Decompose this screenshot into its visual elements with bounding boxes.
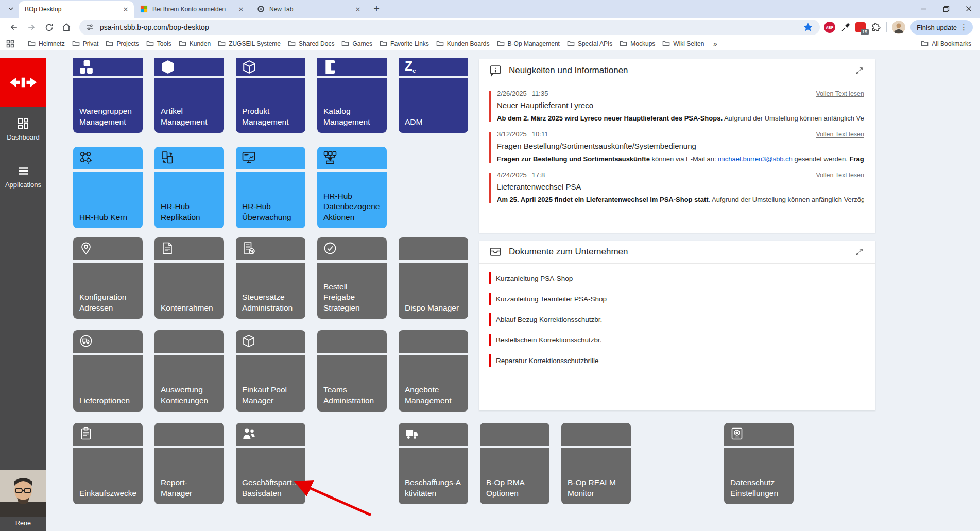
tab-close-icon[interactable]: ✕ <box>237 5 245 13</box>
toolbar-divider <box>886 22 887 32</box>
tile-dispo-manager[interactable]: Dispo Manager <box>399 237 468 319</box>
minimize-button[interactable] <box>912 0 935 18</box>
folder-icon <box>620 40 630 47</box>
bookmark-folder[interactable]: Tools <box>143 39 175 48</box>
document-item[interactable]: Kurzanleitung PSA-Shop <box>489 272 865 284</box>
tile-katalog-management[interactable]: KatalogManagement <box>317 58 387 133</box>
tile-gesch-ftspart-basisdaten[interactable]: Geschäftspart...Basisdaten <box>236 423 305 504</box>
delivery-circle-icon <box>79 334 94 349</box>
folder-icon <box>436 40 447 47</box>
read-full-text-link[interactable]: Vollen Text lesen <box>816 90 864 97</box>
app-sidebar: Dashboard Applications Rene <box>0 50 46 531</box>
apps-grid-icon[interactable] <box>5 39 15 49</box>
back-button[interactable] <box>5 19 23 36</box>
browser-tab[interactable]: BOp Desktop ✕ <box>19 1 134 18</box>
profile-avatar[interactable] <box>892 21 905 34</box>
news-time: 17:8 <box>532 171 545 179</box>
monitoring-icon <box>242 151 256 165</box>
tile-beschaffungs-a-ktivit-ten[interactable]: Beschaffungs-Aktivitäten <box>399 423 468 504</box>
tile-hr-hub-kern[interactable]: HR-Hub Kern <box>73 147 143 228</box>
document-item[interactable]: Ablauf Bezug Korrektionsschutzbr. <box>489 313 865 326</box>
bookmark-folder[interactable]: Heimnetz <box>24 39 68 48</box>
tile-bestell-freigabe-strategien[interactable]: Bestell FreigabeStrategien <box>317 237 387 319</box>
restore-button[interactable] <box>935 0 957 18</box>
document-item[interactable]: Reparatur Korrektionsschutzbrille <box>489 354 865 367</box>
home-button[interactable] <box>58 19 75 36</box>
extensions-puzzle-icon[interactable] <box>871 22 881 32</box>
folder-icon <box>497 40 508 47</box>
tile-lieferoptionen[interactable]: Lieferoptionen <box>73 330 143 412</box>
tab-close-icon[interactable]: ✕ <box>122 5 130 13</box>
tile-datenschutz-einstellungen[interactable]: DatenschutzEinstellungen <box>724 423 794 504</box>
document-item[interactable]: Bestellschein Korrektionsschutzbr. <box>489 334 865 346</box>
tab-search-button[interactable] <box>3 1 19 16</box>
folder-icon <box>341 40 352 47</box>
browser-tab[interactable]: New Tab ✕ <box>251 1 366 18</box>
people-icon <box>242 427 256 441</box>
tile-einkaufszwecke[interactable]: Einkaufszwecke <box>73 423 143 504</box>
sidebar-user[interactable]: Rene <box>0 470 46 531</box>
bookmark-folder[interactable]: Wiki Seiten <box>659 39 708 48</box>
truck-icon <box>405 427 419 441</box>
tile-auswertung-kontierungen[interactable]: AuswertungKontierungen <box>154 330 224 412</box>
read-full-text-link[interactable]: Vollen Text lesen <box>816 172 864 179</box>
tile-b-op-realm-monitor[interactable]: B-Op REALMMonitor <box>561 423 631 504</box>
tile-adm[interactable]: Ze ADM <box>399 58 468 133</box>
kebab-menu-icon[interactable]: ⋮ <box>957 23 971 32</box>
tile-artikel-management[interactable]: ArtikelManagement <box>154 58 224 133</box>
bookmark-folder[interactable]: Projects <box>102 39 142 48</box>
expand-icon[interactable] <box>853 246 865 258</box>
bookmark-folder[interactable]: Mockups <box>616 39 659 48</box>
bookmark-folder[interactable]: Kunden Boards <box>433 39 493 48</box>
bookmarks-overflow-button[interactable]: » <box>709 40 721 48</box>
address-bar[interactable]: psa-int.sbb.b-op.com/bop-desktop <box>79 20 820 35</box>
forward-button[interactable] <box>23 19 40 36</box>
url-text[interactable]: psa-int.sbb.b-op.com/bop-desktop <box>100 23 802 31</box>
bookmark-folder[interactable]: Games <box>338 39 376 48</box>
document-item[interactable]: Kurzanleitung Teamleiter PSA-Shop <box>489 293 865 305</box>
bookmark-star-icon[interactable] <box>802 22 814 33</box>
read-full-text-link[interactable]: Vollen Text lesen <box>816 131 864 138</box>
reload-button[interactable] <box>40 19 58 36</box>
bop-desktop-page: Dashboard Applications Rene <box>0 50 980 531</box>
all-bookmarks-button[interactable]: All Bookmarks <box>917 39 975 48</box>
home-icon <box>61 22 72 32</box>
bookmark-folder[interactable]: B-Op Management <box>493 39 563 48</box>
tile-warengruppen-management[interactable]: WarengruppenManagement <box>73 58 143 133</box>
new-tab-button[interactable]: + <box>369 2 384 16</box>
sidebar-item-dashboard[interactable]: Dashboard <box>0 117 46 141</box>
bookmark-folder[interactable]: Kunden <box>175 39 214 48</box>
sidebar-item-applications[interactable]: Applications <box>0 165 46 189</box>
privacy-icon <box>730 427 745 441</box>
tile-kontenrahmen[interactable]: Kontenrahmen <box>154 237 224 319</box>
tile-produkt-management[interactable]: ProduktManagement <box>236 58 305 133</box>
tile-einkauf-pool-manager[interactable]: Einkauf PoolManager <box>236 330 305 412</box>
bookmarks-bar: Heimnetz Privat Projects Tools Kunden ZU… <box>0 37 980 50</box>
eyedropper-extension-icon[interactable] <box>840 23 850 32</box>
bookmark-folder[interactable]: Privat <box>68 39 102 48</box>
browser-tab[interactable]: Bei Ihrem Konto anmelden ✕ <box>134 1 249 18</box>
tile-hr-hub-berwachung[interactable]: HR-HubÜberwachung <box>236 147 305 228</box>
bookmark-folder[interactable]: Special APIs <box>563 39 616 48</box>
tile-steuers-tze-administration[interactable]: SteuersätzeAdministration <box>236 237 305 319</box>
adblock-extension-icon[interactable]: ABP <box>824 22 835 33</box>
news-time: 10:11 <box>532 130 548 138</box>
tile-report-manager[interactable]: Report-Manager <box>154 423 224 504</box>
red-extension-icon[interactable]: 15 <box>855 22 866 32</box>
email-link[interactable]: michael.burren3@sbb.ch <box>718 155 793 163</box>
finish-update-button[interactable]: Finish update ⋮ <box>910 20 973 35</box>
site-info-icon[interactable] <box>85 23 95 32</box>
tile-angebote-management[interactable]: AngeboteManagement <box>399 330 468 412</box>
close-window-button[interactable] <box>957 0 980 18</box>
bookmark-folder[interactable]: Favorite Links <box>376 39 433 48</box>
bookmark-folder[interactable]: Shared Docs <box>284 39 338 48</box>
tile-hr-hub-datenbezogene-aktionen[interactable]: HR-HubDatenbezogeneAktionen <box>317 147 387 228</box>
bookmark-folder[interactable]: ZUGSEIL Systeme <box>214 39 284 48</box>
tab-close-icon[interactable]: ✕ <box>354 5 362 13</box>
tile-b-op-rma-optionen[interactable]: B-Op RMAOptionen <box>480 423 549 504</box>
tile-konfiguration-adressen[interactable]: KonfigurationAdressen <box>73 237 143 319</box>
data-actions-icon <box>323 151 338 165</box>
expand-icon[interactable] <box>853 64 865 77</box>
tile-teams-administration[interactable]: TeamsAdministration <box>317 330 387 412</box>
tile-hr-hub-replikation[interactable]: HR-HubReplikation <box>154 147 224 228</box>
